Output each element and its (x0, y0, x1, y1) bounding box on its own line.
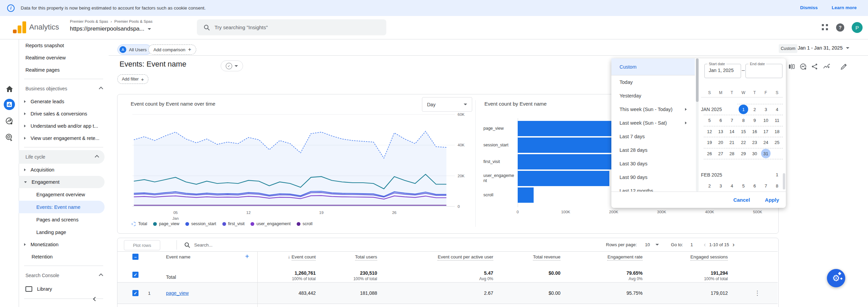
cancel-button[interactable]: Cancel (733, 197, 750, 203)
nav-item-monetization[interactable]: Monetization (19, 238, 109, 251)
legend-item-user_engagement[interactable]: user_engagement (251, 221, 291, 226)
goto-input[interactable]: 1 (690, 242, 693, 247)
calendar-day-31[interactable]: 31 (761, 149, 771, 158)
calendar-day-20[interactable]: 20 (716, 138, 725, 147)
calendar-day-21[interactable]: 21 (727, 138, 737, 147)
preset-custom[interactable]: Custom (611, 58, 695, 75)
home-icon[interactable] (6, 85, 13, 93)
calendar-day-7[interactable]: 7 (727, 116, 737, 125)
calendar-day-25[interactable]: 25 (772, 138, 782, 147)
avatar[interactable]: P (852, 22, 863, 33)
legend-item-page_view[interactable]: page_view (153, 221, 179, 226)
calendar-day-15[interactable]: 15 (739, 127, 748, 136)
calendar-day-4[interactable]: 4 (772, 105, 782, 114)
row-checkbox[interactable]: ✓ (132, 290, 138, 296)
calendar-day-22[interactable]: 22 (739, 138, 748, 147)
report-status-badge[interactable]: ✓ (221, 60, 243, 71)
preset-today[interactable]: Today (611, 75, 695, 89)
chevron-down-icon[interactable] (655, 244, 659, 246)
nav-item-realtime-pages[interactable]: Realtime pages (19, 64, 109, 76)
column-header-event-name[interactable]: Event name (166, 254, 190, 259)
nav-item-events-event-name[interactable]: Events: Event name (19, 201, 105, 213)
table-search-input[interactable]: Search... (194, 242, 213, 248)
reports-icon[interactable] (4, 99, 15, 110)
nav-item-generate-leads[interactable]: Generate leads (19, 95, 109, 108)
presets-scrollbar[interactable] (696, 58, 699, 192)
preset-last-28-days[interactable]: Last 28 days (611, 143, 695, 157)
calendar-day-16[interactable]: 16 (750, 127, 759, 136)
start-date-field[interactable]: Start date Jan 1, 2025 (704, 64, 741, 78)
calendar-day-4[interactable]: 4 (727, 181, 737, 191)
calendar-day-18[interactable]: 18 (772, 127, 782, 136)
nav-item-landing-page[interactable]: Landing page (19, 226, 109, 238)
calendar-day-30[interactable]: 30 (750, 149, 759, 158)
dismiss-button[interactable]: Dismiss (800, 5, 818, 10)
granularity-select[interactable]: Day (422, 97, 472, 112)
event-name-link[interactable]: page_view (166, 290, 189, 296)
help-icon[interactable]: ? (836, 23, 844, 32)
apps-grid-icon[interactable] (821, 24, 829, 31)
add-comparison-button[interactable]: Add comparison+ (148, 44, 196, 55)
rows-per-page-value[interactable]: 10 (645, 242, 650, 247)
share-icon[interactable] (811, 63, 818, 70)
calendar-day-2[interactable]: 2 (750, 105, 759, 114)
column-header-engaged-sessions[interactable]: Engaged sessions (619, 254, 728, 259)
calendar-day-10[interactable]: 10 (761, 116, 771, 125)
calendar-day-14[interactable]: 14 (727, 127, 737, 136)
preset-this-week-sun-today-[interactable]: This week (Sun - Today) (611, 103, 695, 116)
nav-item-understand-web-and-or-app-t-[interactable]: Understand web and/or app t... (19, 120, 109, 132)
preset-last-week-sun-sat-[interactable]: Last week (Sun - Sat) (611, 116, 695, 130)
calendar-day-29[interactable]: 29 (739, 149, 748, 158)
nav-item-view-user-engagement-rete-[interactable]: View user engagement & rete... (19, 132, 109, 144)
calendar-day-19[interactable]: 19 (705, 138, 714, 147)
calendar-day-12[interactable]: 12 (705, 127, 714, 136)
nav-item-retention[interactable]: Retention (19, 251, 109, 263)
learn-more-link[interactable]: Learn more (832, 5, 857, 10)
preset-last-12-months[interactable]: Last 12 months (611, 184, 695, 192)
legend-item-total[interactable]: Total (132, 221, 147, 226)
preset-last-7-days[interactable]: Last 7 days (611, 130, 695, 143)
nav-item-pages-and-screens[interactable]: Pages and screens (19, 213, 109, 226)
row-menu-icon[interactable]: ⋮ (754, 289, 760, 297)
calendar-day-5[interactable]: 5 (739, 181, 748, 191)
search-bar[interactable]: Try searching "Insights" (197, 19, 386, 35)
nav-section-life-cycle[interactable]: Life cycle (19, 150, 105, 164)
audience-chip[interactable]: A All Users (117, 44, 152, 55)
preset-last-90-days[interactable]: Last 90 days (611, 170, 695, 184)
calendar-day-17[interactable]: 17 (761, 127, 771, 136)
insights-fab[interactable]: ⚙ (827, 269, 845, 287)
nav-item-drive-sales-conversions[interactable]: Drive sales & conversions (19, 108, 109, 120)
calendar-day-1[interactable]: 1 (739, 105, 748, 114)
total-row-checkbox[interactable]: ✓ (132, 272, 138, 278)
comparison-icon[interactable] (788, 63, 795, 70)
preset-yesterday[interactable]: Yesterday (611, 89, 695, 103)
nav-item-realtime-overview[interactable]: Realtime overview (19, 52, 109, 64)
calendar-day-28[interactable]: 28 (727, 149, 737, 158)
next-page-icon[interactable]: › (733, 241, 735, 248)
calendar-day-27[interactable]: 27 (716, 149, 725, 158)
nav-item-engagement[interactable]: Engagement (19, 176, 105, 188)
calendar-day-11[interactable]: 11 (772, 116, 782, 125)
calendar-day-6[interactable]: 6 (716, 116, 725, 125)
calendar-day-5[interactable]: 5 (705, 116, 714, 125)
legend-item-scroll[interactable]: scroll (297, 221, 312, 226)
advertising-icon[interactable] (5, 133, 13, 141)
end-date-field[interactable]: End date (745, 64, 782, 78)
column-header-total-users[interactable]: Total users (269, 254, 377, 259)
calendar-day-2[interactable]: 2 (705, 181, 714, 191)
nav-item-reports-snapshot[interactable]: Reports snapshot (19, 39, 109, 52)
prev-page-icon[interactable]: ‹ (704, 241, 706, 248)
nav-item-library[interactable]: Library (19, 282, 109, 296)
date-range-picker[interactable]: Jan 1 - Jan 31, 2025 (798, 45, 849, 51)
nav-section-business-objectives[interactable]: Business objectives (19, 82, 109, 95)
add-filter-button[interactable]: Add filter+ (117, 74, 148, 84)
legend-item-first_visit[interactable]: first_visit (222, 221, 245, 226)
calendar-day-8[interactable]: 8 (772, 181, 782, 191)
calendar-day-7[interactable]: 7 (761, 181, 771, 191)
nav-section-search-console[interactable]: Search Console (19, 269, 109, 282)
apply-button[interactable]: Apply (765, 197, 779, 203)
edit-icon[interactable] (841, 63, 847, 70)
calendar-day-26[interactable]: 26 (705, 149, 714, 158)
calendar-day-1[interactable]: 1 (772, 170, 782, 180)
insights-icon[interactable] (800, 63, 807, 70)
